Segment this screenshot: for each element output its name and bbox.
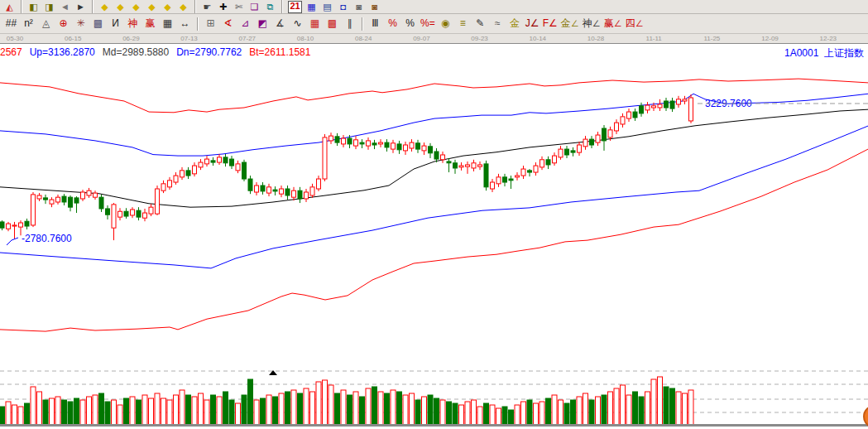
- volume-bar: [328, 385, 333, 425]
- volume-bar: [521, 402, 526, 425]
- volume-bar: [602, 395, 607, 425]
- clipboard-icon[interactable]: ❏: [248, 2, 261, 13]
- low-price-leader: [7, 238, 18, 245]
- candle-body: [323, 137, 327, 179]
- percent-lines-icon[interactable]: %=: [420, 17, 435, 30]
- gann-circle-icon[interactable]: ⊕: [56, 17, 70, 30]
- candle-body: [37, 195, 41, 199]
- candle-body: [683, 99, 687, 101]
- volume-bar: [428, 395, 433, 425]
- angle-flag-icon[interactable]: ◬: [39, 17, 53, 30]
- diamond-up-marker-icon[interactable]: ◆: [146, 2, 158, 13]
- snapshot-icon[interactable]: ◙: [368, 2, 381, 13]
- win-tool-icon[interactable]: 赢: [143, 17, 157, 30]
- zigzag-icon[interactable]: ∿: [290, 17, 305, 30]
- diamond-right-marker-icon[interactable]: ◆: [114, 2, 127, 13]
- volume-bar: [484, 403, 489, 425]
- volume-bar: [211, 395, 216, 425]
- volume-bar: [62, 400, 67, 425]
- candle-body: [367, 141, 371, 146]
- snip-icon[interactable]: ✄: [233, 2, 245, 13]
- candle-body: [627, 112, 631, 118]
- candle-body: [131, 210, 135, 215]
- volume-bar: [397, 392, 402, 425]
- volume-bar: [25, 403, 30, 425]
- indicator-value: Bt=2611.1581: [249, 46, 310, 58]
- price-chart-icon[interactable]: ◭: [3, 2, 16, 13]
- period-ticks-icon[interactable]: ##: [4, 17, 18, 30]
- fan-box-icon[interactable]: ⊿: [238, 17, 252, 30]
- candle-body: [416, 143, 420, 149]
- candle-body: [602, 128, 607, 141]
- date-axis-row: 05-3006-1506-2907-1307-2708-1008-2409-07…: [0, 34, 868, 44]
- toolbar-top-row: ◭◧◨◄►◆◆◆◆◆◆☛✚✄❏⧉21▦▤◘◙◙: [0, 0, 868, 14]
- diamond-down-bar-marker-icon[interactable]: ◆: [161, 2, 174, 13]
- gann-box-icon[interactable]: ▩: [91, 17, 105, 30]
- candle-body: [19, 223, 23, 227]
- candle-body: [453, 163, 458, 168]
- j-angle-icon[interactable]: J∠: [525, 17, 540, 30]
- forward-arrow-icon[interactable]: ►: [74, 2, 87, 13]
- link-icon[interactable]: ⧉: [264, 2, 276, 13]
- gold-red-icon[interactable]: 金: [508, 17, 522, 30]
- wave-box-icon[interactable]: ≈: [491, 17, 505, 30]
- four-angle-icon[interactable]: 四∠: [626, 17, 644, 30]
- flip-prev-icon[interactable]: ◧: [27, 2, 40, 13]
- data-grid-icon[interactable]: ▦: [305, 2, 318, 13]
- candle-body: [106, 209, 110, 214]
- crosshair-icon[interactable]: ✚: [217, 2, 229, 13]
- volume-bar: [645, 392, 650, 425]
- diamond-bottom-marker-icon[interactable]: ◆: [177, 2, 189, 13]
- calendar-21-icon[interactable]: 21: [288, 1, 302, 13]
- notes-icon[interactable]: ▤: [321, 2, 333, 13]
- back-arrow-icon[interactable]: ◄: [59, 2, 71, 13]
- volume-bar: [353, 392, 358, 425]
- red-grid-box-icon[interactable]: ▩: [325, 17, 339, 30]
- price-chart-canvas[interactable]: 3229.7600-2780.7600: [0, 58, 868, 429]
- grid-123-icon[interactable]: ▦: [161, 17, 175, 30]
- volume-bars-icon[interactable]: Ⅲ: [368, 17, 382, 30]
- fan-box-fill-icon[interactable]: ◩: [256, 17, 270, 30]
- trend-rays-icon[interactable]: ∡: [273, 17, 287, 30]
- volume-bar: [217, 397, 222, 425]
- chart-frame-icon[interactable]: ⊞: [204, 17, 218, 30]
- candle-body: [149, 207, 153, 214]
- price-annotation-label: 3229.7600: [705, 98, 752, 109]
- candle-body: [491, 182, 495, 189]
- f-angle-icon[interactable]: F∠: [543, 17, 558, 30]
- percent-icon[interactable]: %: [403, 17, 417, 30]
- volume-bar: [509, 410, 514, 425]
- percent-strike-icon[interactable]: %: [386, 17, 400, 30]
- gann-fan-red-icon[interactable]: ∢: [221, 17, 235, 30]
- volume-bar: [608, 392, 613, 425]
- volume-bar: [621, 385, 626, 425]
- gold-lines-icon[interactable]: ≡: [456, 17, 470, 30]
- date-tick: 10-14: [524, 35, 552, 42]
- gann-web-icon[interactable]: ✳: [74, 17, 88, 30]
- candle-body: [255, 186, 259, 192]
- pen-flag-icon[interactable]: ✎: [473, 17, 487, 30]
- candle-body: [652, 106, 656, 108]
- flip-next-icon[interactable]: ◨: [43, 2, 55, 13]
- n-squared-icon[interactable]: n²: [22, 17, 36, 30]
- horizontal-span-icon[interactable]: ↔: [178, 17, 192, 30]
- parallel-lines-icon[interactable]: ∥: [343, 17, 357, 30]
- diamond-up-bar-marker-icon[interactable]: ◆: [130, 2, 142, 13]
- shen-tool-icon[interactable]: 神: [126, 17, 140, 30]
- shen-angle-icon[interactable]: 神∠: [583, 17, 601, 30]
- hand-pan-icon[interactable]: ☛: [201, 2, 213, 13]
- candle-body: [546, 160, 550, 165]
- candle-body: [459, 166, 463, 167]
- gold-angle-icon[interactable]: 金∠: [561, 17, 579, 30]
- save-web-icon[interactable]: ◙: [352, 2, 365, 13]
- diamond-down-marker-icon[interactable]: ◆: [98, 2, 111, 13]
- gold-coin-icon[interactable]: ◉: [439, 17, 453, 30]
- candle-body: [447, 161, 451, 163]
- save-icon[interactable]: ◘: [337, 2, 349, 13]
- candle-body: [180, 171, 185, 177]
- peak-lines-icon[interactable]: И: [108, 17, 122, 30]
- volume-bar: [583, 393, 588, 425]
- date-tick: 09-23: [466, 35, 494, 42]
- win-angle-icon[interactable]: 赢∠: [604, 17, 622, 30]
- red-grid-icon[interactable]: ▦: [308, 17, 322, 30]
